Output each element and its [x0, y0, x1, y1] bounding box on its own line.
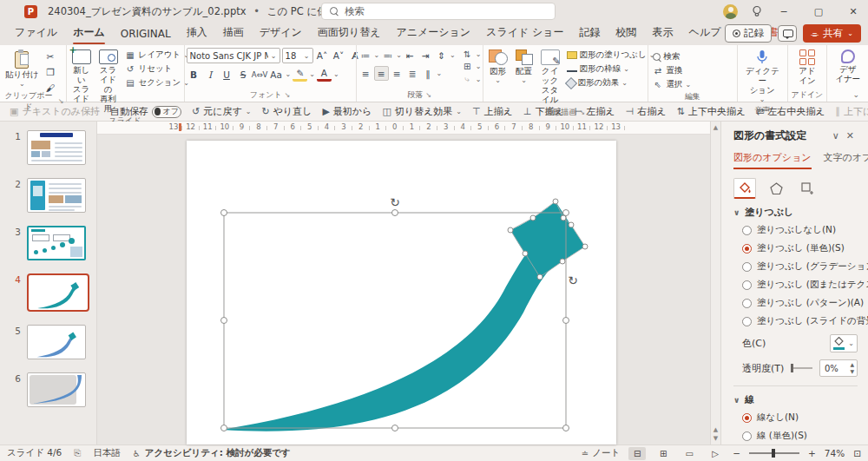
previous-slide-icon[interactable]: ▲ [713, 425, 718, 434]
change-case-button[interactable]: Aa [269, 67, 284, 82]
reading-view-button[interactable]: ▭ [681, 447, 698, 460]
layout-button[interactable]: ▦レイアウト⌄ [122, 49, 192, 62]
drawing-dialog-launcher[interactable]: ↘ [579, 109, 585, 116]
decrease-font-size-button[interactable]: A˅ [332, 49, 346, 63]
align-left-button[interactable]: ≡ [358, 66, 373, 81]
reset-button[interactable]: ↺リセット [122, 63, 192, 76]
text-direction-button[interactable]: ⇅⌄ [459, 49, 484, 60]
qat-redo[interactable]: ↻やり直し [257, 103, 316, 120]
transparency-decrease-icon[interactable]: ▼ [850, 368, 854, 375]
qat-align-middle[interactable]: ⇅上下中央揃え [672, 103, 749, 120]
tab-text-options[interactable]: 文字のオプション [824, 151, 868, 169]
fill-option-gradient[interactable]: 塗りつぶし (グラデーション)(G) [742, 260, 858, 273]
reuse-slides-button[interactable]: スライドの 再利用 [95, 48, 122, 115]
font-name-combobox[interactable]: Noto Sans CJK JP Mediur⌄ [187, 48, 280, 63]
tab-6[interactable]: 画面切り替え [310, 21, 389, 45]
slide-editing-surface[interactable]: ↻ ↻ [187, 141, 616, 445]
line-option-none[interactable]: 線なし(N) [742, 412, 858, 424]
italic-button[interactable]: I [203, 67, 218, 82]
designer-button[interactable]: デザ イナー [832, 48, 864, 86]
line-section-header[interactable]: ∨線 [733, 393, 858, 406]
horizontal-ruler[interactable]: 13121110987654321012345678910111213 [97, 122, 710, 135]
normal-view-button[interactable]: ⊟ [628, 447, 646, 460]
vertical-scrollbar[interactable]: ▲ ▲ ▼ [710, 122, 720, 445]
highlight-color-button[interactable]: ✎ [293, 67, 307, 82]
font-color-button[interactable]: A [317, 67, 332, 82]
copy-button[interactable]: ❐ [43, 64, 57, 79]
pane-options-chevron-icon[interactable]: ∨ [829, 130, 843, 142]
fill-option-slide-background[interactable]: 塗りつぶし (スライドの背景)(B) [742, 315, 858, 327]
fill-option-picture-texture[interactable]: 塗りつぶし (図またはテクスチャ)(P) [742, 279, 858, 291]
record-button[interactable]: 記録 [725, 24, 772, 43]
collapse-ribbon-chevron-icon[interactable]: ⌄ [852, 90, 859, 99]
align-right-button[interactable]: ≡ [390, 66, 404, 81]
fill-option-pattern[interactable]: 塗りつぶし (パターン)(A) [742, 297, 858, 309]
slide-sorter-view-button[interactable]: ⊞ [654, 447, 672, 460]
numbering-button[interactable]: ≕ [380, 48, 395, 63]
account-avatar[interactable] [723, 4, 738, 19]
comments-button[interactable] [778, 25, 797, 42]
slide-thumbnail-4[interactable]: 4 [0, 273, 96, 312]
search-box[interactable]: 検索 [321, 3, 556, 20]
columns-button[interactable]: ∥ [421, 66, 436, 81]
zoom-slider[interactable] [749, 452, 799, 454]
shape-effects-button[interactable]: 図形の効果⌄ [564, 76, 658, 89]
increase-indent-button[interactable]: ⇥ [418, 48, 433, 63]
tab-1[interactable]: ホーム [65, 21, 113, 45]
scroll-up-icon[interactable]: ▲ [713, 123, 718, 132]
effects-icon[interactable] [765, 178, 787, 199]
paragraph-dialog-launcher[interactable]: ↘ [425, 91, 431, 99]
decrease-indent-button[interactable]: ⇤ [403, 48, 418, 63]
qat-undo[interactable]: ↺元に戻す⌄ [187, 103, 255, 120]
zoom-level[interactable]: 74% [825, 448, 845, 458]
convert-to-smartart-button[interactable]: ⤷⌄ [459, 73, 484, 85]
accessibility-status[interactable]: ♿ アクセシビリティ: 検討が必要です [133, 447, 291, 459]
zoom-in-button[interactable]: + [808, 448, 816, 458]
line-option-solid[interactable]: 線 (単色)(S) [742, 430, 858, 442]
character-spacing-button[interactable]: A⇔V [253, 67, 267, 82]
minimize-button[interactable]: ─ [769, 0, 799, 23]
tab-4[interactable]: 描画 [215, 21, 252, 45]
new-slide-button[interactable]: 新しい スライド [69, 48, 95, 106]
transparency-value[interactable]: 0% ▲▼ [819, 359, 858, 377]
slide-thumbnail-3[interactable]: 3 [0, 226, 96, 260]
slide-indicator[interactable]: スライド 4/6 [7, 447, 62, 459]
slideshow-view-button[interactable]: ▷ [707, 447, 724, 460]
fill-option-solid[interactable]: 塗りつぶし (単色)(S) [742, 242, 858, 254]
next-slide-icon[interactable]: ▼ [713, 434, 718, 443]
bold-button[interactable]: B [187, 67, 201, 82]
justify-button[interactable]: ≣ [405, 66, 420, 81]
shape-fill-button[interactable]: 図形の塗りつぶし⌄ [564, 49, 658, 62]
transparency-increase-icon[interactable]: ▲ [850, 361, 854, 368]
slide-thumbnail-5[interactable]: 5 [0, 325, 96, 359]
zoom-out-button[interactable]: − [733, 448, 740, 458]
font-dialog-launcher[interactable]: ↘ [285, 91, 291, 99]
arrange-button[interactable]: 配置 ⌄ [512, 48, 536, 86]
align-text-button[interactable]: ⊞⌄ [459, 61, 484, 72]
tab-9[interactable]: 記録 [572, 21, 608, 45]
slide-thumbnail-1[interactable]: 1 [0, 130, 96, 165]
tab-5[interactable]: デザイン [252, 21, 310, 45]
underline-button[interactable]: U [220, 67, 234, 82]
shapes-button[interactable]: 図形 ⌄ [485, 48, 511, 86]
increase-font-size-button[interactable]: A˄ [315, 49, 330, 63]
maximize-button[interactable]: ▢ [804, 0, 833, 23]
close-button[interactable]: ✕ [838, 0, 868, 23]
slide-thumbnail-2[interactable]: 2 [0, 178, 96, 213]
find-button[interactable]: 検索 [650, 50, 694, 63]
pane-close-icon[interactable]: ✕ [843, 130, 858, 142]
tab-2[interactable]: ORIGINAL [113, 23, 179, 45]
font-size-combobox[interactable]: 18⌄ [282, 48, 313, 63]
replace-button[interactable]: ⇄置換 [650, 64, 694, 77]
tab-8[interactable]: スライド ショー [478, 21, 572, 45]
fill-and-line-icon[interactable] [733, 178, 756, 199]
transparency-slider[interactable] [791, 367, 812, 369]
addins-button[interactable]: アド イン [795, 48, 819, 88]
tab-0[interactable]: ファイル [7, 21, 65, 45]
paste-button[interactable]: 貼り付け ⌄ [2, 48, 42, 89]
shape-outline-button[interactable]: 図形の枠線⌄ [564, 63, 658, 76]
fit-slide-to-window-icon[interactable]: ⊡ [853, 448, 861, 458]
bullets-button[interactable]: ≔ [358, 48, 373, 63]
quick-styles-button[interactable]: クイック スタイル [537, 48, 563, 107]
cut-button[interactable]: ✂ [43, 49, 57, 63]
